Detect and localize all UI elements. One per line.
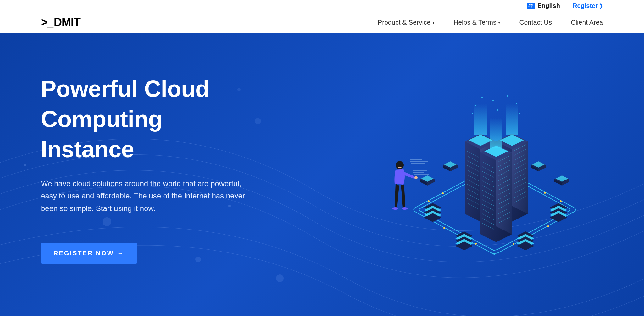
server-illustration	[381, 88, 608, 270]
cta-label: REGISTER NOW	[53, 250, 114, 257]
svg-point-128	[519, 113, 520, 114]
chevron-down-icon: ▾	[498, 20, 500, 25]
nav-item-client-area[interactable]: Client Area	[571, 19, 603, 26]
logo-prompt-icon: >_	[41, 16, 53, 29]
register-label: Register	[573, 2, 598, 9]
nav-label: Client Area	[571, 19, 603, 26]
svg-rect-120	[490, 118, 502, 148]
chevron-right-icon: ❯	[599, 3, 603, 9]
hero-title-line: Powerful Cloud	[41, 76, 209, 102]
translate-icon: A字	[527, 3, 535, 9]
hero-title-line: Instance	[41, 136, 134, 162]
hero-section: Powerful Cloud Computing Instance We hav…	[0, 33, 644, 316]
register-now-button[interactable]: REGISTER NOW →	[41, 243, 137, 264]
logo-text: DMIT	[54, 16, 80, 29]
svg-point-127	[472, 113, 473, 114]
arrow-right-icon: →	[117, 250, 125, 257]
svg-point-122	[481, 97, 483, 98]
svg-point-16	[560, 200, 562, 202]
svg-point-17	[544, 192, 546, 194]
brand-logo[interactable]: >_DMIT	[41, 16, 80, 29]
hero-title: Powerful Cloud Computing Instance	[41, 74, 283, 165]
main-nav: >_DMIT Product & Service ▾ Helps & Terms…	[0, 12, 644, 33]
svg-rect-70	[474, 104, 487, 135]
svg-point-130	[414, 176, 418, 179]
svg-point-13	[513, 243, 514, 245]
register-link[interactable]: Register ❯	[573, 2, 603, 9]
svg-point-14	[547, 225, 549, 227]
svg-point-121	[475, 105, 476, 106]
nav-item-contact-us[interactable]: Contact Us	[519, 19, 552, 26]
svg-point-125	[516, 103, 517, 104]
hero-content: Powerful Cloud Computing Instance We hav…	[0, 33, 283, 264]
svg-point-132	[402, 207, 408, 210]
hero-title-line: Computing	[41, 106, 162, 132]
svg-point-11	[443, 227, 445, 229]
nav-menu: Product & Service ▾ Helps & Terms ▾ Cont…	[378, 19, 603, 26]
topbar: A字 English Register ❯	[0, 0, 644, 12]
hero-subtitle: We have cloud solutions around the world…	[41, 177, 248, 215]
svg-rect-87	[506, 104, 518, 135]
svg-point-131	[392, 207, 398, 210]
svg-point-12	[475, 243, 477, 245]
nav-label: Helps & Terms	[453, 19, 496, 26]
svg-point-124	[507, 95, 508, 97]
nav-item-product-service[interactable]: Product & Service ▾	[378, 19, 435, 26]
nav-label: Contact Us	[519, 19, 552, 26]
svg-point-9	[442, 192, 444, 194]
svg-point-8	[428, 200, 430, 202]
svg-point-7	[276, 274, 284, 282]
svg-point-126	[497, 109, 498, 111]
nav-item-helps-terms[interactable]: Helps & Terms ▾	[453, 19, 500, 26]
language-label: English	[537, 2, 560, 9]
svg-point-123	[492, 100, 494, 101]
chevron-down-icon: ▾	[432, 20, 435, 25]
language-selector[interactable]: A字 English	[527, 2, 560, 9]
nav-label: Product & Service	[378, 19, 430, 26]
